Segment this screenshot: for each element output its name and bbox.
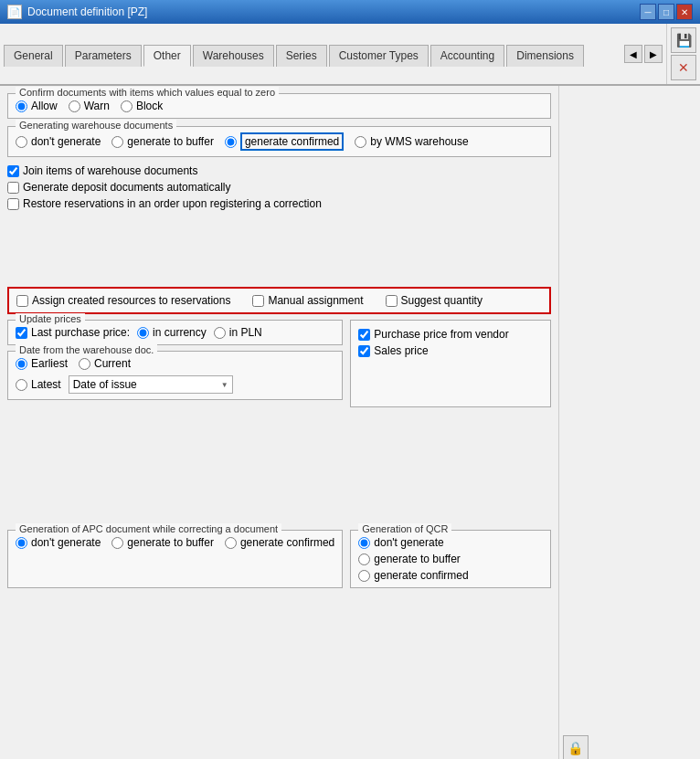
- save-button[interactable]: 💾: [671, 27, 696, 53]
- purchase-from-vendor-row[interactable]: Purchase price from vendor: [358, 328, 543, 341]
- tab-series[interactable]: Series: [276, 45, 327, 67]
- suggest-quantity-checkbox[interactable]: [386, 295, 398, 307]
- manual-assignment-checkbox[interactable]: [252, 295, 264, 307]
- tab-other[interactable]: Other: [143, 45, 191, 67]
- checkboxes-section: Join items of warehouse documents Genera…: [7, 164, 551, 210]
- sales-price-checkbox[interactable]: [358, 345, 370, 357]
- gen-dont-generate-radio[interactable]: [16, 136, 27, 148]
- restore-reservations-checkbox[interactable]: [7, 198, 19, 210]
- suggest-quantity-checkbox-row[interactable]: Suggest quantity: [386, 294, 483, 307]
- gen-to-buffer-radio[interactable]: [111, 136, 123, 148]
- qcr-to-buffer-label: generate to buffer: [374, 553, 461, 565]
- window-icon: 📄: [7, 5, 22, 19]
- gen-confirmed-label: generate confirmed: [240, 132, 344, 151]
- join-items-checkbox[interactable]: [7, 165, 19, 177]
- apc-to-buffer-option[interactable]: generate to buffer: [111, 536, 214, 549]
- confirm-warn-label: Warn: [84, 100, 110, 112]
- earliest-radio[interactable]: [16, 358, 27, 370]
- lock-button[interactable]: 🔒: [563, 735, 589, 759]
- apc-options: don't generate generate to buffer genera…: [16, 536, 334, 549]
- in-currency-radio[interactable]: [137, 327, 149, 339]
- generating-options: don't generate generate to buffer genera…: [16, 132, 543, 151]
- generate-deposit-checkbox-row[interactable]: Generate deposit documents automatically: [7, 181, 551, 194]
- assign-checkbox[interactable]: [16, 295, 28, 307]
- gen-wms-radio[interactable]: [355, 136, 366, 148]
- tab-parameters[interactable]: Parameters: [65, 45, 142, 67]
- update-prices-section: Update prices Last purchase price: in cu…: [7, 320, 343, 345]
- confirm-warn-option[interactable]: Warn: [69, 100, 110, 112]
- close-button[interactable]: ✕: [671, 55, 696, 80]
- confirm-options: Allow Warn Block: [16, 100, 543, 112]
- last-purchase-checkbox-row[interactable]: Last purchase price:: [16, 326, 130, 339]
- apc-confirmed-radio[interactable]: [225, 537, 237, 549]
- date-dropdown-value: Date of issue: [73, 378, 137, 391]
- date-from-label: Date from the warehouse doc.: [16, 344, 157, 355]
- gen-confirmed-radio[interactable]: [225, 136, 237, 148]
- qcr-to-buffer-radio[interactable]: [358, 553, 370, 565]
- tab-customer-types[interactable]: Customer Types: [329, 45, 429, 67]
- apc-dont-generate-option[interactable]: don't generate: [16, 536, 101, 549]
- latest-label: Latest: [31, 378, 61, 391]
- earliest-label: Earliest: [31, 357, 68, 370]
- gen-dont-generate-option[interactable]: don't generate: [16, 135, 101, 148]
- tab-general[interactable]: General: [4, 45, 63, 67]
- confirm-allow-option[interactable]: Allow: [16, 100, 58, 112]
- purchase-from-vendor-label: Purchase price from vendor: [374, 328, 508, 341]
- assign-checkbox-row[interactable]: Assign created resources to reservations: [16, 294, 230, 307]
- tab-dimensions[interactable]: Dimensions: [506, 45, 584, 67]
- qcr-section: Generation of QCR don't generate generat…: [350, 530, 551, 588]
- generate-deposit-checkbox[interactable]: [7, 182, 19, 194]
- main-content: Confirm documents with items which value…: [0, 86, 558, 759]
- maximize-button[interactable]: □: [658, 4, 674, 20]
- manual-assignment-checkbox-row[interactable]: Manual assignment: [252, 294, 363, 307]
- restore-reservations-label: Restore reservations in an order upon re…: [23, 197, 322, 210]
- window-close-button[interactable]: ✕: [676, 4, 693, 20]
- purchase-from-vendor-checkbox[interactable]: [358, 329, 370, 341]
- tab-scroll-left[interactable]: ◀: [624, 45, 642, 63]
- tab-warehouses[interactable]: Warehouses: [193, 45, 274, 67]
- confirm-block-radio[interactable]: [121, 100, 133, 112]
- tab-scroll-right[interactable]: ▶: [644, 45, 663, 63]
- current-option[interactable]: Current: [79, 357, 131, 370]
- apc-confirmed-label: generate confirmed: [240, 536, 334, 549]
- in-currency-option[interactable]: in currency: [137, 326, 207, 339]
- tab-accounting[interactable]: Accounting: [430, 45, 504, 67]
- confirm-allow-label: Allow: [31, 100, 58, 112]
- qcr-dont-generate-option[interactable]: don't generate: [358, 536, 543, 549]
- qcr-dont-generate-radio[interactable]: [358, 537, 370, 549]
- gen-confirmed-option[interactable]: generate confirmed: [225, 132, 344, 151]
- join-items-checkbox-row[interactable]: Join items of warehouse documents: [7, 164, 551, 177]
- window-title: Document definition [PZ]: [27, 5, 147, 18]
- confirm-warn-radio[interactable]: [69, 100, 80, 112]
- in-pln-radio[interactable]: [214, 327, 226, 339]
- latest-radio[interactable]: [16, 379, 27, 391]
- dropdown-arrow-icon: ▼: [221, 381, 228, 389]
- generate-deposit-label: Generate deposit documents automatically: [23, 181, 230, 194]
- gen-wms-option[interactable]: by WMS warehouse: [355, 135, 468, 148]
- date-dropdown[interactable]: Date of issue ▼: [69, 375, 233, 394]
- apc-label: Generation of APC document while correct…: [16, 523, 281, 534]
- confirm-allow-radio[interactable]: [16, 100, 27, 112]
- in-pln-label: in PLN: [229, 326, 262, 339]
- qcr-to-buffer-option[interactable]: generate to buffer: [358, 553, 543, 565]
- restore-reservations-checkbox-row[interactable]: Restore reservations in an order upon re…: [7, 197, 551, 210]
- sales-price-row[interactable]: Sales price: [358, 344, 543, 357]
- tab-bar: General Parameters Other Warehouses Seri…: [0, 24, 700, 86]
- earliest-option[interactable]: Earliest: [16, 357, 68, 370]
- apc-confirmed-option[interactable]: generate confirmed: [225, 536, 334, 549]
- apc-dont-generate-radio[interactable]: [16, 537, 27, 549]
- in-pln-option[interactable]: in PLN: [214, 326, 262, 339]
- update-prices-label: Update prices: [16, 313, 85, 324]
- qcr-confirmed-option[interactable]: generate confirmed: [358, 569, 543, 582]
- current-radio[interactable]: [79, 358, 90, 370]
- apc-to-buffer-radio[interactable]: [111, 537, 123, 549]
- gen-to-buffer-option[interactable]: generate to buffer: [111, 135, 214, 148]
- last-purchase-checkbox[interactable]: [16, 327, 27, 339]
- minimize-button[interactable]: ─: [640, 4, 656, 20]
- qcr-dont-generate-label: don't generate: [374, 536, 443, 549]
- confirm-block-option[interactable]: Block: [121, 100, 163, 112]
- confirm-block-label: Block: [136, 100, 163, 112]
- latest-option[interactable]: Latest: [16, 378, 61, 391]
- qcr-confirmed-radio[interactable]: [358, 570, 370, 582]
- date-from-section: Date from the warehouse doc. Earliest Cu…: [7, 351, 343, 400]
